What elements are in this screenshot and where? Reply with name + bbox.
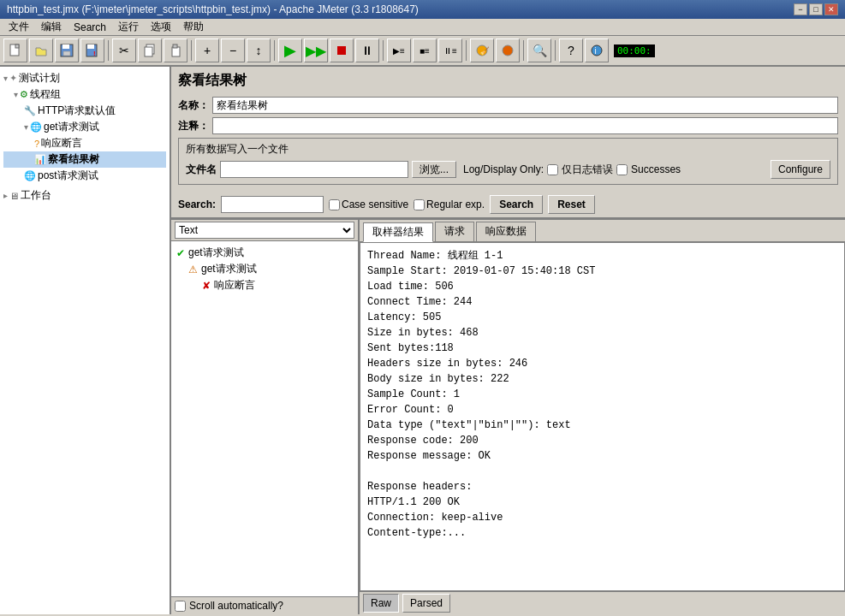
help2-button[interactable]: i <box>585 38 609 62</box>
comment-input[interactable] <box>212 117 838 134</box>
tree-item-test-plan[interactable]: ▾ ✦ 测试计划 <box>3 70 166 86</box>
reset-button[interactable]: Reset <box>548 195 595 214</box>
result-type-select[interactable]: Text <box>175 222 354 239</box>
remote-start-button[interactable]: ▶≡ <box>387 38 411 62</box>
raw-button[interactable]: Raw <box>363 594 399 613</box>
clear-all-button[interactable] <box>496 38 520 62</box>
result-label-get-success: get请求测试 <box>188 246 244 260</box>
separator-7 <box>555 40 556 61</box>
regular-exp-checkbox[interactable] <box>414 199 425 210</box>
tree-item-workbench[interactable]: ▸ 🖥 工作台 <box>3 187 166 204</box>
detail-bottom: Raw Parsed <box>360 591 845 614</box>
search-toolbar-button[interactable]: 🔍 <box>527 38 551 62</box>
result-label-get-warning: get请求测试 <box>201 262 257 276</box>
svg-rect-1 <box>15 44 19 48</box>
log-display-label: Log/Display Only: <box>463 163 544 175</box>
result-label-assertion: 响应断言 <box>214 278 255 293</box>
cut-button[interactable]: ✂ <box>112 38 136 62</box>
svg-text:i: i <box>595 46 597 56</box>
result-item-assertion-error[interactable]: ✘ 响应断言 <box>175 277 354 293</box>
tree-item-post-request[interactable]: 🌐 post请求测试 <box>3 168 166 184</box>
stop-button[interactable]: ⏹ <box>330 38 354 62</box>
remote-shutdown-button[interactable]: ⏸≡ <box>438 38 462 62</box>
svg-rect-10 <box>172 47 180 56</box>
svg-rect-11 <box>173 44 177 48</box>
menu-options[interactable]: 选项 <box>146 19 176 35</box>
name-row: 名称： <box>178 97 838 114</box>
tab-response-data[interactable]: 响应数据 <box>476 222 536 241</box>
help-button[interactable]: ? <box>559 38 583 62</box>
main-layout: ▾ ✦ 测试计划 ▾ ⚙ 线程组 🔧 HTTP请求默认值 ▾ 🌐 get请求测试… <box>0 67 845 614</box>
menu-run[interactable]: 运行 <box>113 19 144 35</box>
run-no-pause-button[interactable]: ▶▶ <box>304 38 328 62</box>
scroll-auto-label: Scroll automatically? <box>175 600 283 612</box>
tree-item-assertion[interactable]: ? 响应断言 <box>3 135 166 151</box>
detail-tabs: 取样器结果 请求 响应数据 <box>360 220 845 242</box>
run-button[interactable]: ▶ <box>278 38 302 62</box>
scroll-auto-checkbox[interactable] <box>175 601 186 612</box>
result-tree-list: ✔ get请求测试 ⚠ get请求测试 ✘ 响应断言 <box>171 241 358 596</box>
tree-item-get-request[interactable]: ▾ 🌐 get请求测试 <box>3 119 166 135</box>
error-icon: ✘ <box>202 280 211 292</box>
result-tree-toolbar: Text <box>171 220 358 241</box>
regular-exp-label: Regular exp. <box>414 198 485 210</box>
name-input[interactable] <box>212 97 838 114</box>
errors-label: 仅日志错误 <box>562 163 613 177</box>
result-item-get-success[interactable]: ✔ get请求测试 <box>175 245 354 261</box>
toolbar: ! ✂ + − ↕ ▶ ▶▶ ⏹ ⏸ ▶≡ ■≡ ⏸≡ 🧹 🔍 ? i 00:0… <box>0 36 845 67</box>
name-label: 名称： <box>178 98 209 113</box>
errors-checkbox[interactable] <box>547 164 558 175</box>
search-label: Search: <box>178 198 216 210</box>
new-button[interactable] <box>3 38 27 62</box>
window-controls: − □ ✕ <box>794 3 838 15</box>
menu-edit[interactable]: 编辑 <box>36 19 67 35</box>
clear-button[interactable]: 🧹 <box>470 38 494 62</box>
detail-content: Thread Name: 线程组 1-1 Sample Start: 2019-… <box>360 242 845 591</box>
title-text: httpbin_test.jmx (F:\jmeter\jmeter_scrip… <box>7 3 419 15</box>
detail-panel: 取样器结果 请求 响应数据 Thread Name: 线程组 1-1 Sampl… <box>360 220 845 614</box>
separator-6 <box>523 40 524 61</box>
search-button[interactable]: Search <box>490 195 543 214</box>
shutdown-button[interactable]: ⏸ <box>355 38 379 62</box>
tab-request[interactable]: 请求 <box>435 222 474 241</box>
minimize-button[interactable]: − <box>794 3 807 15</box>
success-checkbox[interactable] <box>616 164 628 175</box>
parsed-button[interactable]: Parsed <box>402 594 450 613</box>
left-tree-panel: ▾ ✦ 测试计划 ▾ ⚙ 线程组 🔧 HTTP请求默认值 ▾ 🌐 get请求测试… <box>0 67 171 614</box>
result-tree-panel: Text ✔ get请求测试 ⚠ get请求测试 <box>171 220 360 614</box>
tree-item-http-defaults[interactable]: 🔧 HTTP请求默认值 <box>3 103 166 119</box>
search-bar: Search: Case sensitive Regular exp. Sear… <box>171 192 845 218</box>
right-panel: 察看结果树 名称： 注释： 所有数据写入一个文件 文件名 浏览... L <box>171 67 845 614</box>
remote-stop-button[interactable]: ■≡ <box>413 38 437 62</box>
expand-button[interactable]: + <box>195 38 219 62</box>
file-input[interactable] <box>220 161 408 178</box>
case-sensitive-label: Case sensitive <box>329 198 408 210</box>
configure-button[interactable]: Configure <box>771 160 830 179</box>
separator-5 <box>466 40 467 61</box>
search-input[interactable] <box>221 196 324 213</box>
tree-item-thread-group[interactable]: ▾ ⚙ 线程组 <box>3 86 166 103</box>
paste-button[interactable] <box>164 38 187 62</box>
svg-rect-9 <box>145 47 152 56</box>
result-item-get-warning[interactable]: ⚠ get请求测试 <box>175 261 354 277</box>
save-button[interactable] <box>55 38 79 62</box>
tab-sampler-results[interactable]: 取样器结果 <box>363 222 433 242</box>
menu-file[interactable]: 文件 <box>3 19 34 35</box>
tree-item-result-tree[interactable]: 📊 察看结果树 <box>3 151 166 168</box>
case-sensitive-checkbox[interactable] <box>329 199 340 210</box>
menu-search[interactable]: Search <box>68 21 111 34</box>
browse-button[interactable]: 浏览... <box>412 161 456 178</box>
scroll-auto-row: Scroll automatically? <box>171 596 358 614</box>
save-as-button[interactable]: ! <box>80 38 104 62</box>
copy-button[interactable] <box>138 38 162 62</box>
close-button[interactable]: ✕ <box>824 3 838 15</box>
menu-help[interactable]: 帮助 <box>178 19 209 35</box>
svg-text:🧹: 🧹 <box>479 45 489 56</box>
maximize-button[interactable]: □ <box>809 3 823 15</box>
file-section-title: 所有数据写入一个文件 <box>186 142 830 157</box>
open-button[interactable] <box>29 38 53 62</box>
toggle-button[interactable]: ↕ <box>247 38 271 62</box>
collapse-button[interactable]: − <box>221 38 245 62</box>
comment-label: 注释： <box>178 119 209 133</box>
file-section: 所有数据写入一个文件 文件名 浏览... Log/Display Only: 仅… <box>178 138 838 185</box>
